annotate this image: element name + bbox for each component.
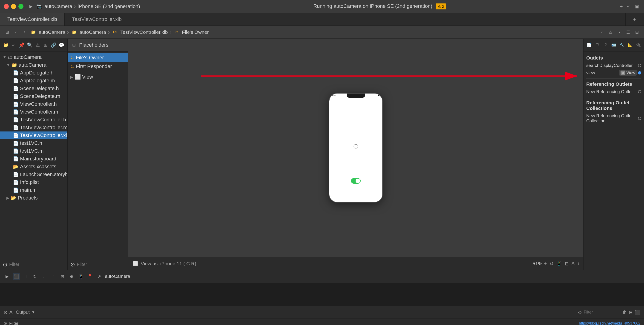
- canvas-frame-icon[interactable]: ⬜: [132, 260, 139, 267]
- outlet-search-label: searchDisplayController: [586, 63, 637, 68]
- bt-step-over-icon[interactable]: ↻: [31, 273, 38, 280]
- doc-item-view[interactable]: ▶ ⬜ View: [68, 73, 128, 81]
- tab-right[interactable]: TestViewController.xib: [65, 13, 626, 25]
- warning-badge[interactable]: ⚠ 2: [436, 3, 446, 9]
- bt-share-icon[interactable]: ↗: [96, 273, 102, 280]
- bt-active-icon[interactable]: ⬛: [13, 273, 20, 280]
- nav-filter-input[interactable]: [9, 262, 68, 267]
- doc-filter-input[interactable]: [77, 262, 135, 267]
- tree-item-viewcontroller-m[interactable]: 📄 ViewController.m: [0, 108, 68, 116]
- add-tab-button[interactable]: +: [620, 3, 623, 10]
- tab-left[interactable]: TestViewController.xib: [0, 13, 65, 25]
- bt-sim-icon[interactable]: 📱: [77, 273, 84, 280]
- tree-item-test1vc-h[interactable]: 📄 test1VC.h: [0, 139, 68, 147]
- tree-item-test1vc-m[interactable]: 📄 test1VC.m: [0, 147, 68, 155]
- doc-filter-bar: ⊙: [68, 259, 128, 270]
- bt-step-in-icon[interactable]: ↓: [40, 273, 48, 280]
- new-ref-collection-circle[interactable]: [638, 117, 641, 120]
- outlet-view-circle[interactable]: [638, 71, 641, 74]
- debug-output-arrow: ▼: [32, 310, 35, 315]
- left-arrow-icon[interactable]: ‹: [598, 29, 605, 36]
- nav-search-icon[interactable]: 🔍: [27, 42, 33, 48]
- bt-locate-icon[interactable]: 📍: [86, 273, 94, 280]
- files-owner-label: File's Owner: [76, 55, 104, 61]
- warning-icon[interactable]: ⚠: [607, 29, 614, 36]
- folder-nav-icon2[interactable]: 📁: [71, 29, 78, 36]
- debug-maximize-icon[interactable]: ⬛: [634, 310, 640, 315]
- zoom-in-button[interactable]: +: [544, 260, 547, 267]
- xib-owner-icon[interactable]: 🗂: [173, 29, 180, 36]
- split-view-icon[interactable]: ▣: [634, 3, 640, 10]
- right-arrow-icon[interactable]: ›: [616, 29, 623, 36]
- nav-link-icon[interactable]: 🔗: [50, 42, 57, 48]
- debug-trash-icon[interactable]: 🗑: [622, 310, 627, 315]
- tree-item-testvc-xib[interactable]: 📄 TestViewController.xib: [0, 131, 68, 139]
- tree-item-appdelegate-m[interactable]: 📄 AppDelegate.m: [0, 77, 68, 85]
- download-icon[interactable]: ↓: [577, 261, 580, 266]
- play-button[interactable]: ▶: [28, 4, 34, 9]
- maximize-button[interactable]: [18, 4, 24, 9]
- doc-item-files-owner[interactable]: 🗂 File's Owner: [68, 53, 128, 62]
- bt-pause-icon[interactable]: ⏸: [22, 273, 29, 280]
- tree-item-scenedelegate-m[interactable]: 📄 SceneDelegate.m: [0, 92, 68, 100]
- doc-grid-icon[interactable]: ⊞: [70, 42, 77, 48]
- font-icon[interactable]: A: [572, 261, 574, 266]
- device-icon[interactable]: 📱: [556, 261, 562, 266]
- outlet-search-circle[interactable]: [638, 64, 641, 67]
- tree-item-appdelegate-h[interactable]: 📄 AppDelegate.h: [0, 69, 68, 77]
- tree-item-main-storyboard[interactable]: 📄 Main.storyboard: [0, 155, 68, 163]
- tree-item-main-m[interactable]: 📄 main.m: [0, 186, 68, 194]
- inspector-tab-attribs[interactable]: 🔧: [618, 41, 626, 49]
- xib-nav-icon[interactable]: 🗂: [112, 29, 118, 36]
- inspector-tab-identity[interactable]: 🪪: [610, 41, 618, 49]
- tree-item-launchscreen[interactable]: 📄 LaunchScreen.storyboard: [0, 171, 68, 178]
- tree-item-testvc-m[interactable]: 📄 TestViewController.m: [0, 124, 68, 131]
- forward-icon[interactable]: ›: [21, 29, 28, 36]
- breadcrumb-app: autoCamera: [39, 29, 65, 35]
- tree-item-info-plist[interactable]: 📄 Info.plist: [0, 178, 68, 186]
- tree-item-folder[interactable]: ▼ 📁 autoCamera: [0, 61, 68, 69]
- tree-item-assets[interactable]: 📂 Assets.xcassets: [0, 163, 68, 171]
- status-bar: ⊙ Filter https://blog.csdn.net/baidu_405…: [0, 319, 644, 325]
- inspector-tab-size[interactable]: 📐: [626, 41, 634, 49]
- zoom-controls: — 51% +: [526, 260, 547, 267]
- grid-icon[interactable]: ⊞: [4, 29, 10, 36]
- nav-pin-icon[interactable]: 📌: [19, 42, 25, 48]
- zoom-out-button[interactable]: —: [526, 260, 531, 267]
- minimize-button[interactable]: [11, 4, 16, 9]
- bt-step-out-icon[interactable]: ↑: [50, 273, 56, 280]
- nav-warning-icon[interactable]: ⚠: [35, 42, 41, 48]
- inspector-tab-connections[interactable]: 🔌: [635, 41, 642, 49]
- inspector-tab-quick[interactable]: ⏱: [594, 41, 601, 49]
- debug-split-icon[interactable]: ⊟: [629, 310, 633, 315]
- bt-play-icon[interactable]: ▶: [4, 273, 10, 280]
- list-icon[interactable]: ☰: [625, 29, 632, 36]
- layout-icon[interactable]: ⊟: [565, 261, 569, 266]
- tree-item-testvc-h[interactable]: 📄 TestViewController.h: [0, 116, 68, 124]
- close-button[interactable]: [4, 4, 9, 9]
- arrow-icon[interactable]: ⤶: [625, 3, 632, 10]
- doc-item-first-responder[interactable]: 🗂 First Responder: [68, 62, 128, 71]
- bt-split-icon[interactable]: ⊟: [59, 273, 66, 280]
- outlet-x-btn[interactable]: ✕: [620, 70, 625, 75]
- tree-item-project[interactable]: ▼ 🗂 autoCamera: [0, 53, 68, 61]
- refresh-icon[interactable]: ↺: [550, 261, 554, 266]
- nav-folder-icon[interactable]: 📁: [3, 42, 9, 48]
- back-icon[interactable]: ‹: [12, 29, 19, 36]
- debug-filter-input[interactable]: [584, 310, 620, 315]
- new-ref-outlet-circle[interactable]: [638, 90, 641, 93]
- add-tab-right-button[interactable]: +: [626, 13, 644, 25]
- tree-item-products[interactable]: ▶ 📂 Products: [0, 194, 68, 202]
- split-panel-icon[interactable]: ⊟: [634, 29, 640, 36]
- inspector-tab-file[interactable]: 📄: [585, 41, 593, 49]
- tree-item-scenedelegate-h[interactable]: 📄 SceneDelegate.h: [0, 85, 68, 92]
- bt-attach-icon[interactable]: ⚙: [68, 273, 75, 280]
- caret-icon2: ▼: [6, 63, 10, 67]
- nav-check-icon[interactable]: ✓: [11, 42, 17, 48]
- inspector-tab-help[interactable]: ?: [602, 41, 609, 49]
- nav-grid-icon[interactable]: ⊞: [42, 42, 49, 48]
- tree-item-viewcontroller-h[interactable]: 📄 ViewController.h: [0, 100, 68, 108]
- nav-bubble-icon[interactable]: 💬: [58, 42, 65, 48]
- folder-nav-icon[interactable]: 📁: [30, 29, 37, 36]
- caret-view: ▶: [70, 75, 73, 79]
